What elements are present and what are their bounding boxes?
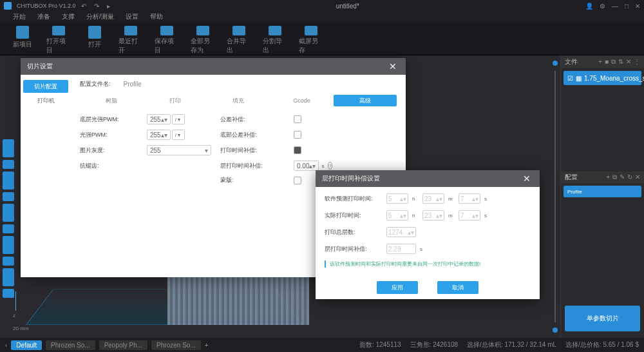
tab-advanced[interactable]: 高级: [334, 95, 397, 106]
gray-input[interactable]: 255▾: [147, 145, 211, 155]
axis-gizmo-icon: z: [13, 313, 15, 318]
profile-chip[interactable]: Profile: [564, 186, 641, 197]
add-file-icon[interactable]: +: [598, 58, 602, 66]
printer-tab-3[interactable]: Phrozen So...: [151, 340, 201, 350]
act-secs-input[interactable]: 7▴▾: [459, 210, 480, 220]
tab-print[interactable]: 打印: [143, 95, 206, 106]
menu-analyze[interactable]: 分析/测量: [86, 12, 114, 21]
act-mins-input[interactable]: 23▴▾: [422, 210, 444, 220]
tool-split[interactable]: 分割导出: [263, 26, 287, 55]
tool-scale[interactable]: [3, 236, 14, 254]
tool-new[interactable]: 新项目: [10, 26, 35, 55]
tool-move[interactable]: [3, 171, 14, 190]
side-printer[interactable]: 打印机: [23, 94, 68, 107]
slice-button[interactable]: 单参数切片: [565, 306, 640, 331]
redo-icon[interactable]: ↷: [94, 3, 99, 10]
menu-help[interactable]: 帮助: [150, 12, 163, 21]
tool-rotate[interactable]: [3, 204, 14, 222]
bottom-pwm-unit[interactable]: / ▾: [172, 114, 185, 124]
file-check-icon[interactable]: ☑: [567, 75, 573, 82]
tool-recent[interactable]: 最近打开: [118, 26, 143, 55]
tool-screenshot[interactable]: 截屏另存: [299, 26, 323, 55]
tool-scale-label: [3, 257, 14, 266]
menu-start[interactable]: 开始: [13, 12, 26, 21]
tool-select[interactable]: [3, 139, 14, 157]
toolbar: 新项目 打开项目 打开 最近打开 保存项目 全部另存为 合并导出 分割导出 截屏…: [0, 22, 644, 55]
settings-refresh-icon[interactable]: ↻: [627, 173, 632, 181]
aa-label: 抗锯齿:: [80, 162, 138, 170]
settings-icon[interactable]: ⚙: [600, 3, 605, 10]
dialog2-close-icon[interactable]: ✕: [523, 173, 533, 184]
pred-mins-input[interactable]: 23▴▾: [422, 193, 444, 204]
bottom-pwm-input[interactable]: 255▴▾: [147, 114, 171, 124]
tool-saveall[interactable]: 全部另存为: [191, 26, 215, 55]
settings-tabs: 树脂 打印 填充 Gcode 高级: [80, 95, 397, 106]
tab-fill[interactable]: 填充: [207, 95, 270, 106]
menubar: 开始 准备 支撑 分析/测量 设置 帮助: [0, 12, 644, 22]
status-chevron-icon[interactable]: ‹: [5, 342, 7, 349]
print-time-comp-checkbox[interactable]: [294, 146, 301, 154]
mask-label: 蒙版:: [220, 176, 285, 184]
dialog-close-icon[interactable]: ✕: [389, 61, 399, 72]
slider-bottom-handle[interactable]: [553, 328, 558, 333]
settings-del-icon[interactable]: ✕: [635, 173, 640, 181]
printer-tab-1[interactable]: Phrozen So...: [46, 340, 95, 350]
tool-save[interactable]: 保存项目: [155, 26, 179, 55]
mask-checkbox[interactable]: [294, 177, 301, 184]
side-slice-config[interactable]: 切片配置: [23, 80, 68, 93]
printer-tab-2[interactable]: Peopoly Ph...: [99, 340, 147, 350]
act-hours-input[interactable]: 5▴▾: [386, 210, 408, 220]
file-name: 1.75_Moana_cross_s0.stl: [584, 75, 644, 82]
slider-top-handle[interactable]: [553, 61, 558, 66]
layer-time-input[interactable]: 0.00▴▾: [294, 161, 319, 171]
minimize-icon[interactable]: —: [612, 3, 618, 10]
pointer-icon[interactable]: ▸: [107, 3, 110, 10]
statusbar: ‹ Default Phrozen So... Peopoly Ph... Ph…: [0, 338, 644, 352]
reverse-icon[interactable]: ⇅: [618, 58, 623, 66]
tool-rotate-label: [3, 224, 14, 233]
layer-comp-input[interactable]: 2.29: [386, 244, 416, 254]
tool-open-project[interactable]: 打开项目: [46, 26, 71, 55]
pwm-label: 光强PWM:: [80, 131, 138, 139]
pred-hours-input[interactable]: 5▴▾: [386, 193, 408, 204]
add-printer-icon[interactable]: +: [205, 342, 209, 349]
tab-resin[interactable]: 树脂: [80, 95, 143, 106]
dialog-sidebar: 切片配置 打印机: [21, 75, 71, 277]
maximize-icon[interactable]: □: [625, 3, 629, 10]
total-layers-input[interactable]: 1274▴▾: [386, 227, 416, 237]
undo-icon[interactable]: ↶: [81, 3, 86, 10]
tool-merge[interactable]: 合并导出: [227, 26, 251, 55]
tool-mirror[interactable]: [3, 268, 14, 286]
help-icon[interactable]: ?: [328, 162, 332, 170]
tool-open[interactable]: 打开: [82, 26, 107, 55]
copy-icon[interactable]: ⧉: [611, 58, 616, 66]
saveall-icon: [196, 26, 209, 35]
settings-add-icon[interactable]: +: [606, 173, 610, 181]
files-title: 文件: [565, 57, 578, 66]
pwm-input[interactable]: 255▴▾: [147, 130, 171, 140]
dialog2-header: 层打印时间补偿设置 ✕: [316, 170, 540, 187]
user-icon[interactable]: 👤: [585, 3, 593, 10]
pred-secs-input[interactable]: 7▴▾: [459, 193, 480, 204]
tool-move-label: [3, 192, 14, 201]
checkbox-icon[interactable]: ■: [605, 58, 609, 66]
close-icon[interactable]: ✕: [635, 3, 640, 10]
pwm-unit[interactable]: / ▾: [172, 130, 185, 140]
settings-edit-icon[interactable]: ✎: [620, 173, 625, 181]
apply-button[interactable]: 应用: [377, 281, 418, 294]
merge-icon: [232, 26, 245, 35]
menu-settings[interactable]: 设置: [126, 12, 138, 21]
tolerance-checkbox[interactable]: [294, 115, 301, 123]
delete-icon[interactable]: ✕: [626, 58, 631, 66]
status-tris: 三角形: 2426108: [410, 340, 459, 349]
tab-gcode[interactable]: Gcode: [270, 95, 333, 106]
layer-slider[interactable]: [553, 61, 558, 333]
menu-support[interactable]: 支撑: [62, 12, 75, 21]
bottom-tolerance-checkbox[interactable]: [294, 131, 301, 139]
printer-tab-default[interactable]: Default: [11, 340, 42, 350]
file-item[interactable]: ☑ ▦ 1.75_Moana_cross_s0.stl: [564, 71, 641, 85]
menu-prepare[interactable]: 准备: [37, 12, 50, 21]
more-icon[interactable]: ⋮: [634, 58, 640, 66]
settings-copy-icon[interactable]: ⧉: [612, 173, 617, 181]
cancel-button[interactable]: 取消: [437, 281, 478, 294]
